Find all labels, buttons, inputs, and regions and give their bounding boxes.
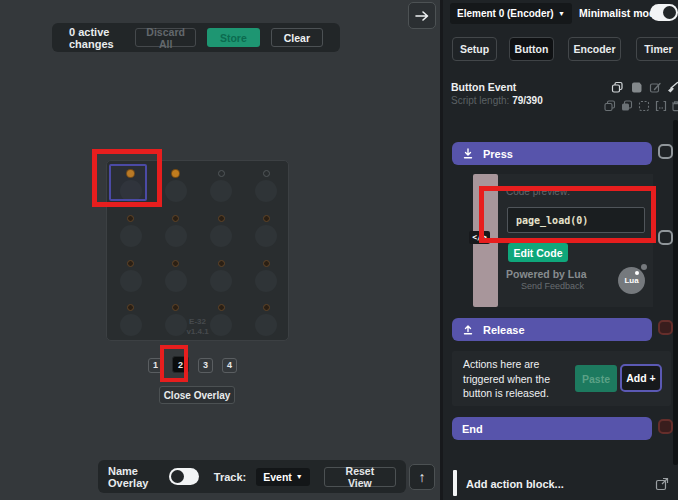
led-indicator — [172, 304, 179, 311]
script-length-label: Script length: — [451, 95, 509, 106]
panel-scrollbar[interactable] — [673, 120, 678, 465]
grid-cell-7[interactable] — [244, 207, 289, 252]
reset-view-button[interactable]: Reset View — [324, 467, 396, 487]
config-panel: Element 0 (Encoder) ▼ Minimalist mode Se… — [440, 0, 678, 500]
discard-all-button[interactable]: Discard All — [135, 28, 196, 47]
changes-toolbar: 0 active changes Discard All Store Clear — [52, 23, 340, 52]
copy-element-icon[interactable] — [603, 99, 617, 113]
tab-timer[interactable]: Timer — [636, 37, 678, 61]
clear-button[interactable]: Clear — [271, 28, 323, 47]
name-overlay-toggle[interactable] — [169, 468, 199, 485]
end-checkbox[interactable] — [658, 419, 673, 434]
press-checkbox[interactable] — [658, 144, 673, 159]
arrow-up-icon: ↑ — [419, 469, 426, 485]
grid-cell-4[interactable] — [108, 207, 153, 252]
led-indicator — [127, 215, 134, 222]
release-block-header[interactable]: Release — [452, 318, 652, 341]
paste-action-button[interactable]: Paste — [575, 365, 617, 392]
page-button-1[interactable]: 1 — [148, 358, 163, 373]
event-title: Button Event — [451, 81, 516, 93]
clear-event-icon[interactable] — [665, 80, 678, 94]
edit-code-button[interactable]: Edit Code — [508, 243, 568, 262]
encoder-knob[interactable] — [165, 180, 187, 202]
grid-cell-9[interactable] — [153, 252, 198, 297]
tab-button[interactable]: Button — [509, 37, 554, 61]
encoder-knob[interactable] — [255, 180, 277, 202]
grid-cell-1[interactable] — [153, 162, 198, 207]
led-indicator — [218, 215, 225, 222]
minimalist-mode-label: Minimalist mode — [579, 7, 661, 19]
encoder-knob[interactable] — [120, 270, 142, 292]
tab-setup[interactable]: Setup — [452, 37, 497, 61]
close-overlay-button[interactable]: Close Overlay — [159, 386, 235, 404]
press-block-label: Press — [483, 148, 513, 160]
code-block-checkbox[interactable] — [658, 230, 673, 245]
page-button-2[interactable]: 2 — [172, 356, 189, 373]
minimalist-mode-toggle[interactable] — [650, 4, 678, 21]
led-indicator — [127, 304, 134, 311]
element-select-value: Element 0 (Encoder) — [457, 8, 554, 19]
brackets-icon[interactable] — [654, 99, 668, 113]
press-block-header[interactable]: Press — [452, 142, 652, 165]
encoder-knob[interactable] — [210, 270, 232, 292]
encoder-knob[interactable] — [210, 225, 232, 247]
grid-cell-8[interactable] — [108, 252, 153, 297]
expand-panel-button[interactable] — [408, 2, 436, 29]
element-select[interactable]: Element 0 (Encoder) ▼ — [450, 3, 572, 24]
page-button-4[interactable]: 4 — [222, 358, 237, 373]
chevron-down-icon: ▼ — [558, 10, 565, 17]
tab-encoder[interactable]: Encoder — [568, 37, 621, 61]
active-changes-label: 0 active changes — [69, 26, 120, 50]
page-button-3[interactable]: 3 — [198, 358, 213, 373]
code-text: page_load(0) — [516, 215, 588, 226]
track-label: Track: — [214, 471, 246, 483]
grid-cell-2[interactable] — [199, 162, 244, 207]
add-action-button[interactable]: Add + — [620, 364, 662, 392]
track-select[interactable]: Event ▼ — [256, 468, 310, 486]
add-action-block-button[interactable]: Add action block... — [466, 478, 564, 490]
led-indicator — [263, 304, 270, 311]
code-preview-label: Code preview: — [506, 186, 570, 197]
grid-cell-11[interactable] — [244, 252, 289, 297]
code-handle-icon[interactable]: </> — [469, 231, 490, 244]
encoder-knob[interactable] — [120, 225, 142, 247]
copy-all-icon[interactable] — [610, 80, 624, 94]
led-indicator — [127, 260, 134, 267]
paste-all-icon[interactable] — [629, 80, 643, 94]
grid-cell-6[interactable] — [199, 207, 244, 252]
end-block-label: End — [462, 423, 483, 435]
release-checkbox[interactable] — [658, 320, 673, 335]
led-indicator — [218, 260, 225, 267]
grid-cell-3[interactable] — [244, 162, 289, 207]
module-e32: E-32 v1.4.1 — [106, 160, 289, 341]
store-button[interactable]: Store — [207, 28, 260, 47]
cut-icon[interactable] — [637, 99, 651, 113]
delete-icon[interactable] — [669, 99, 678, 113]
scroll-top-button[interactable]: ↑ — [409, 464, 435, 490]
encoder-knob[interactable] — [165, 225, 187, 247]
led-indicator — [263, 215, 270, 222]
grid-cell-10[interactable] — [199, 252, 244, 297]
lua-moon-icon — [641, 264, 647, 270]
paste-element-icon[interactable] — [620, 99, 634, 113]
end-block-header[interactable]: End — [452, 417, 652, 440]
led-indicator — [172, 215, 179, 222]
edit-event-icon[interactable] — [648, 80, 662, 94]
press-down-icon — [462, 148, 474, 160]
led-indicator — [218, 170, 225, 177]
view-controls-bar: Name Overlay Track: Event ▼ Reset View — [98, 460, 406, 493]
encoder-knob[interactable] — [165, 270, 187, 292]
release-hint-text: Actions here are triggered when the butt… — [463, 357, 567, 401]
encoder-knob[interactable] — [210, 180, 232, 202]
code-preview-box[interactable]: page_load(0) — [507, 207, 645, 233]
page-selector: 1234 — [148, 357, 237, 373]
encoder-knob[interactable] — [255, 270, 277, 292]
lua-dot-icon — [635, 271, 639, 275]
led-indicator — [263, 170, 270, 177]
grid-cell-5[interactable] — [153, 207, 198, 252]
send-feedback-link[interactable]: Send Feedback — [521, 281, 584, 291]
encoder-knob[interactable] — [255, 225, 277, 247]
open-action-picker-icon[interactable] — [655, 477, 669, 491]
selected-cell-outline — [109, 164, 147, 201]
track-select-value: Event — [263, 471, 292, 483]
